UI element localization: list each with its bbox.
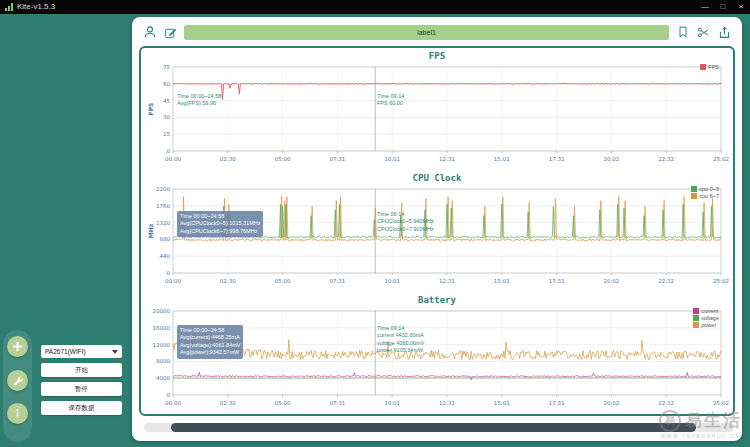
svg-text:22:32: 22:32 <box>658 278 674 284</box>
chart-canvas: 04000800012000160002000000:0002:3005:000… <box>145 307 729 412</box>
legend-swatch <box>693 322 699 328</box>
fps-chart-title: FPS <box>141 48 733 63</box>
bookmark-icon <box>677 26 689 38</box>
pause-button[interactable]: 暂停 <box>41 382 122 396</box>
tools-button[interactable] <box>7 370 28 391</box>
chevron-down-icon <box>112 350 118 354</box>
battery-chart-title: Battery <box>141 292 733 307</box>
svg-text:12000: 12000 <box>153 342 171 348</box>
svg-text:16000: 16000 <box>153 325 171 331</box>
add-button[interactable] <box>7 336 28 357</box>
legend-item: FPS <box>700 64 719 70</box>
svg-text:FPS: FPS <box>147 103 154 116</box>
cut-button[interactable] <box>696 25 711 40</box>
svg-text:12:31: 12:31 <box>439 400 455 406</box>
person-icon <box>143 25 157 39</box>
cpu-clock-chart-title: CPU Clock <box>141 170 733 185</box>
device-select-value: PA2671(WIFI) <box>45 348 86 355</box>
info-button[interactable] <box>7 403 28 424</box>
legend-item: cpu 0~5 <box>691 186 719 192</box>
battery-plot[interactable]: 04000800012000160002000000:0002:3005:000… <box>145 307 729 412</box>
chart-legend: FPS <box>700 64 719 70</box>
legend-swatch <box>700 64 706 70</box>
bookmark-button[interactable] <box>675 25 690 40</box>
device-select[interactable]: PA2671(WIFI) <box>41 345 122 358</box>
minimize-button[interactable]: — <box>696 0 714 14</box>
chart-tooltip: Time 09:14current 4432.60mAvoltage 4060.… <box>377 325 424 355</box>
svg-text:07:31: 07:31 <box>329 400 345 406</box>
legend-label: cpu 0~5 <box>699 186 719 192</box>
scissors-icon <box>697 26 710 39</box>
svg-text:05:00: 05:00 <box>275 400 291 406</box>
svg-text:02:30: 02:30 <box>220 278 236 284</box>
svg-text:20000: 20000 <box>153 308 171 314</box>
app-icon <box>5 3 13 11</box>
user-button[interactable] <box>142 25 157 40</box>
svg-text:880: 880 <box>160 236 171 242</box>
wrench-icon <box>12 375 24 387</box>
legend-item: power <box>693 322 719 328</box>
export-icon <box>718 26 731 39</box>
svg-text:2200: 2200 <box>156 186 170 192</box>
svg-text:1760: 1760 <box>156 203 170 209</box>
cpu-clock-plot[interactable]: 044088013201760220000:0002:3005:0007:311… <box>145 185 729 290</box>
cpu-clock-chart: CPU Clock 044088013201760220000:0002:300… <box>141 170 733 292</box>
svg-text:07:31: 07:31 <box>329 156 345 162</box>
svg-text:8000: 8000 <box>156 358 170 364</box>
svg-text:17:31: 17:31 <box>549 156 565 162</box>
svg-text:25:02: 25:02 <box>713 156 729 162</box>
svg-text:10:01: 10:01 <box>384 400 400 406</box>
legend-label: cpu 6~7 <box>699 193 719 199</box>
svg-text:12:31: 12:31 <box>439 278 455 284</box>
main-card: label1 <box>132 17 742 441</box>
svg-text:440: 440 <box>160 253 171 259</box>
chart-canvas: 0153045607500:0002:3005:0007:3110:0112:3… <box>145 63 729 168</box>
window-title: Kite-v1.5.3 <box>17 3 55 11</box>
export-button[interactable] <box>717 25 732 40</box>
maximize-button[interactable]: □ <box>714 0 732 14</box>
info-icon <box>12 408 23 419</box>
svg-text:07:31: 07:31 <box>329 278 345 284</box>
fps-plot[interactable]: 0153045607500:0002:3005:0007:3110:0112:3… <box>145 63 729 168</box>
svg-text:30: 30 <box>163 114 170 120</box>
legend-item: voltage <box>693 315 719 321</box>
app-background: PA2671(WIFI) 开始 暂停 保存数据 <box>0 14 750 447</box>
svg-text:00:00: 00:00 <box>165 156 181 162</box>
svg-text:75: 75 <box>163 64 170 70</box>
svg-text:22:32: 22:32 <box>658 400 674 406</box>
chart-tooltip: Time 09:14CPUClock0~5 940MHzCPUClock6~7 … <box>377 211 434 233</box>
legend-label: power <box>701 322 716 328</box>
legend-swatch <box>691 193 697 199</box>
svg-text:1320: 1320 <box>156 220 170 226</box>
edit-button[interactable] <box>163 25 178 40</box>
svg-text:25:02: 25:02 <box>713 278 729 284</box>
app-window: Kite-v1.5.3 — □ × <box>0 0 750 447</box>
svg-text:20:02: 20:02 <box>603 156 619 162</box>
chart-canvas: 044088013201760220000:0002:3005:0007:311… <box>145 185 729 290</box>
svg-text:17:31: 17:31 <box>549 400 565 406</box>
svg-text:02:30: 02:30 <box>220 156 236 162</box>
svg-text:15: 15 <box>163 131 170 137</box>
close-button[interactable]: × <box>732 0 750 14</box>
horizontal-scrollbar[interactable] <box>144 423 734 432</box>
svg-text:15:01: 15:01 <box>494 278 510 284</box>
legend-label: current <box>701 308 718 314</box>
svg-text:10:01: 10:01 <box>384 278 400 284</box>
svg-text:20:02: 20:02 <box>603 278 619 284</box>
save-data-button[interactable]: 保存数据 <box>41 401 122 415</box>
svg-text:05:00: 05:00 <box>275 278 291 284</box>
svg-text:20:02: 20:02 <box>603 400 619 406</box>
svg-text:22:32: 22:32 <box>658 156 674 162</box>
scrollbar-thumb[interactable] <box>171 423 696 432</box>
fps-chart: FPS 0153045607500:0002:3005:0007:3110:01… <box>141 48 733 170</box>
legend-swatch <box>693 308 699 314</box>
label-input[interactable]: label1 <box>184 25 669 40</box>
chart-legend: currentvoltagepower <box>693 308 719 328</box>
legend-label: FPS <box>708 64 719 70</box>
chart-tooltip: Time 00:00~24:58Avg(CPUClock0~5):1015.31… <box>177 211 263 237</box>
battery-chart: Battery 04000800012000160002000000:0002:… <box>141 292 733 414</box>
svg-text:0: 0 <box>167 270 171 276</box>
chart-tooltip: Time 09:14FPS 60.00 <box>377 93 404 108</box>
start-button[interactable]: 开始 <box>41 363 122 377</box>
svg-text:15:01: 15:01 <box>494 156 510 162</box>
